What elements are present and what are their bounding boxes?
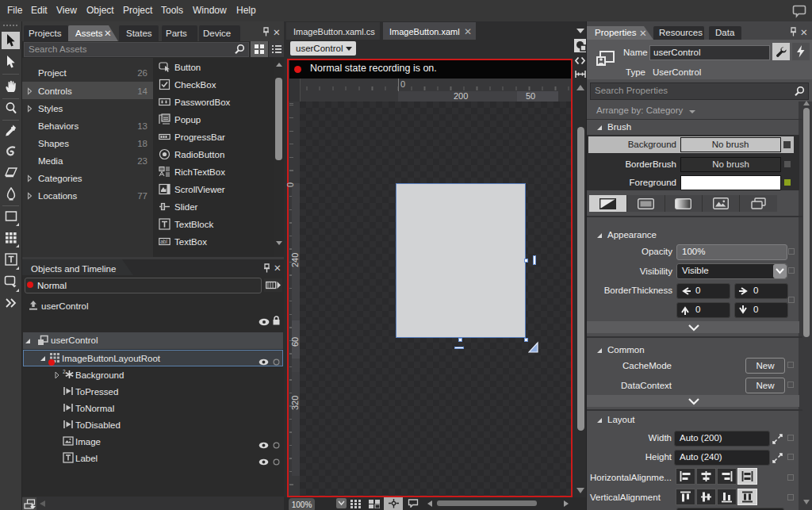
svg-text:abl: abl: [160, 239, 167, 244]
svg-text:2: 2: [63, 369, 66, 374]
